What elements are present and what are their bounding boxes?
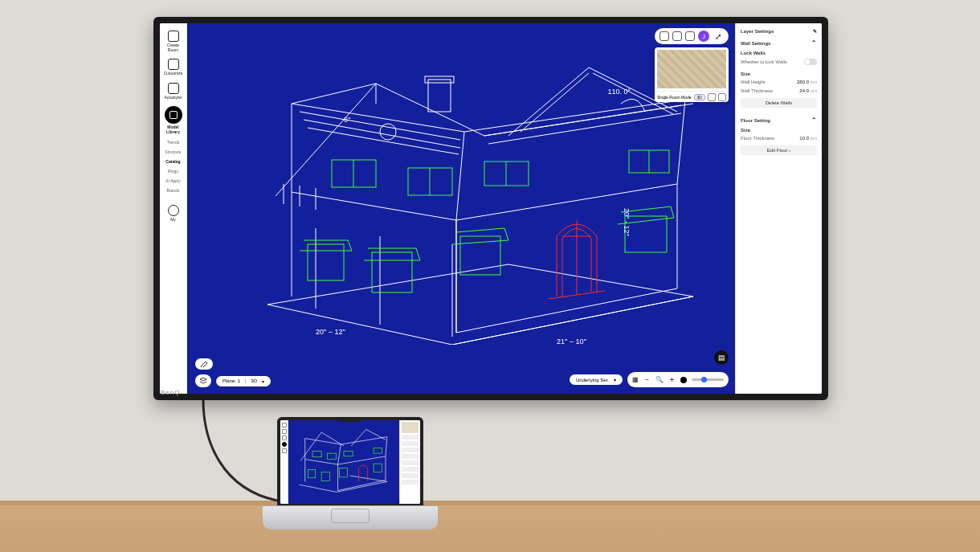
floor-size-label: Size — [741, 128, 817, 133]
zoom-out-icon[interactable]: － — [643, 374, 651, 385]
edit-floor-button[interactable]: Edit Floor › — [741, 145, 817, 155]
laptop-app-window — [280, 420, 420, 504]
search-icon[interactable]: 🔍 — [655, 376, 664, 383]
svg-rect-41 — [374, 464, 382, 472]
svg-rect-3 — [428, 80, 451, 112]
svg-rect-30 — [625, 216, 667, 252]
layers-button[interactable] — [195, 374, 211, 387]
svg-line-18 — [593, 73, 673, 114]
svg-rect-27 — [308, 244, 344, 280]
delete-walls-button[interactable]: Delete Walls — [741, 98, 817, 108]
note-icon: ▤ — [718, 354, 725, 362]
sub-brands[interactable]: Brands — [167, 186, 180, 194]
dim-right: 20'' - 12'' — [623, 208, 631, 236]
help-fab[interactable]: ▤ — [714, 350, 729, 365]
svg-rect-36 — [344, 451, 353, 456]
model-library-button[interactable]: Model Library — [162, 104, 185, 137]
layer-settings-header[interactable]: Layer Settings ✎ — [741, 27, 817, 35]
user-icon — [168, 205, 179, 216]
design-canvas[interactable]: J ⤢ Single Room Mode 3D — [187, 23, 735, 394]
sub-ai-apply[interactable]: AI Apply — [165, 177, 180, 185]
wall-settings-header[interactable]: Wall Settings ⌃ — [741, 38, 817, 48]
chevron-up-icon: ⌃ — [811, 117, 817, 124]
svg-line-0 — [267, 264, 508, 305]
svg-rect-40 — [339, 468, 347, 477]
svg-rect-39 — [321, 472, 329, 480]
autostyler-icon — [168, 83, 179, 94]
customize-button[interactable]: Customize — [162, 56, 185, 79]
size-label: Size — [741, 72, 817, 76]
svg-line-13 — [304, 120, 460, 148]
laptop-sidebar — [280, 420, 288, 504]
external-monitor: Create Room Customize Autostyler Model L… — [153, 17, 828, 400]
wall-thickness-label: Wall Thickness — [741, 88, 773, 93]
laptop — [263, 417, 438, 530]
svg-rect-35 — [328, 453, 337, 459]
floor-thickness-label: Floor Thickness — [741, 136, 774, 141]
minimap-tool-2[interactable] — [718, 93, 726, 101]
monitor-brand: BenQ — [161, 389, 180, 396]
laptop-settings-panel — [399, 420, 420, 504]
angle-label: 110. 0° — [607, 88, 631, 96]
sub-catalog[interactable]: Catalog — [165, 157, 180, 166]
layers-icon — [199, 377, 207, 385]
zoom-controls: ▦ － 🔍 ＋ — [627, 372, 729, 387]
underlying-settings[interactable]: Underlying Set. ▾ — [570, 374, 623, 385]
laptop-canvas[interactable] — [288, 420, 399, 504]
svg-rect-37 — [374, 448, 382, 453]
sub-structure[interactable]: Structure — [165, 148, 181, 156]
opacity-slider[interactable] — [692, 378, 724, 381]
svg-line-15 — [484, 105, 681, 136]
pencil-icon — [200, 361, 208, 367]
zoom-in-icon[interactable]: ＋ — [668, 374, 676, 385]
wall-height-label: Wall Height — [741, 80, 765, 84]
chevron-down-icon: ▾ — [614, 377, 616, 382]
fullscreen-icon[interactable]: ⤢ — [713, 31, 724, 42]
lock-walls-label: Lock Walls — [741, 51, 817, 55]
svg-rect-34 — [312, 451, 321, 456]
my-button[interactable]: My — [162, 202, 185, 225]
laptop-keyboard — [263, 505, 438, 530]
app-window: Create Room Customize Autostyler Model L… — [160, 23, 822, 394]
svg-line-14 — [308, 128, 459, 154]
undo-icon[interactable] — [659, 31, 669, 41]
header-toolbar: J ⤢ — [655, 28, 729, 44]
dim-left: 20'' – 12'' — [316, 328, 345, 336]
create-room-icon — [168, 31, 179, 42]
autostyler-button[interactable]: Autostyler — [162, 80, 185, 103]
floating-tool[interactable] — [195, 358, 213, 370]
laptop-house-blueprint — [292, 423, 396, 498]
left-toolbar: Create Room Customize Autostyler Model L… — [160, 23, 187, 394]
dim-side: 6'' — [344, 116, 350, 124]
color-dot[interactable] — [680, 377, 687, 383]
floor-thickness-value[interactable]: 10.0 — [799, 136, 809, 141]
customize-icon — [168, 59, 179, 70]
svg-line-17 — [521, 73, 589, 132]
settings-panel: Layer Settings ✎ Wall Settings ⌃ Lock Wa… — [735, 23, 822, 394]
create-room-button[interactable]: Create Room — [162, 28, 185, 55]
avatar[interactable]: J — [698, 31, 709, 42]
dim-front: 21'' – 10'' — [557, 337, 586, 346]
wall-thickness-value[interactable]: 24.0 — [799, 88, 809, 93]
chevron-down-icon: ▾ — [262, 378, 264, 384]
svg-line-12 — [300, 112, 460, 140]
house-blueprint — [243, 55, 717, 345]
wall-height-value[interactable]: 280.0 — [797, 80, 809, 84]
plane-selector[interactable]: Plane: 1 | 3D ▾ — [216, 376, 271, 386]
lock-walls-toggle[interactable] — [804, 59, 817, 65]
sub-ringo[interactable]: Ringo — [168, 167, 178, 175]
floor-setting-header[interactable]: Floor Setting ⌃ — [741, 115, 817, 125]
model-library-icon — [169, 111, 178, 119]
pencil-icon[interactable]: ✎ — [813, 28, 817, 34]
svg-rect-38 — [308, 470, 315, 478]
help-icon[interactable] — [672, 31, 682, 41]
chevron-up-icon: ⌃ — [811, 39, 817, 47]
mail-icon[interactable] — [685, 31, 695, 41]
lock-walls-hint: Whether to lock Walls — [741, 59, 787, 64]
grid-icon[interactable]: ▦ — [632, 376, 639, 383]
sub-trends[interactable]: Trends — [167, 138, 179, 146]
